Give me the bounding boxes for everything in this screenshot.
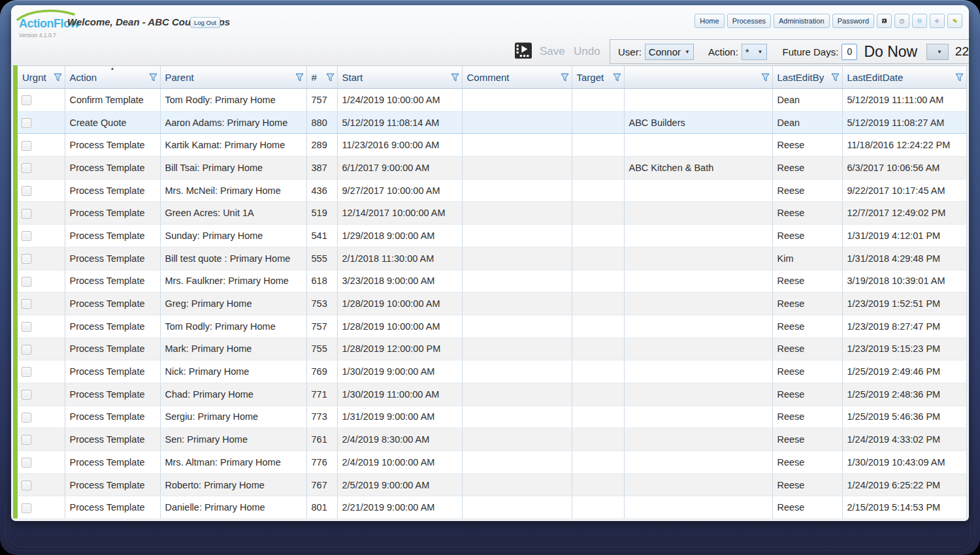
cell-action: Process Template — [65, 134, 160, 157]
urgent-checkbox[interactable] — [22, 95, 31, 105]
table-row[interactable]: Process Template Kartik Kamat: Primary H… — [18, 134, 966, 157]
table-row[interactable]: Create Quote Aaron Adams: Primary Home 8… — [18, 111, 966, 134]
do-now-video-icon[interactable] — [515, 42, 532, 59]
table-row[interactable]: Process Template Sen: Primary Home 761 2… — [18, 428, 966, 451]
table-row[interactable]: Process Template Tom Rodly: Primary Home… — [18, 315, 966, 338]
table-row[interactable]: Process Template Danielle: Primary Home … — [18, 496, 966, 519]
log-out-button[interactable]: Log Out — [190, 17, 220, 28]
column-header-target[interactable]: Target — [572, 66, 624, 89]
cell-start: 1/28/2019 12:00:00 PM — [337, 338, 462, 360]
table-row[interactable]: Process Template Greg: Primary Home 753 … — [18, 293, 966, 315]
cell-action: Process Template — [65, 157, 160, 180]
home-button[interactable]: Home — [694, 14, 724, 28]
table-row[interactable]: Process Template Mark: Primary Home 755 … — [18, 338, 966, 360]
urgent-checkbox[interactable] — [22, 118, 31, 128]
cell-lasteditby: Reese — [772, 157, 842, 180]
cell-start: 2/4/2019 8:30:00 AM — [337, 428, 462, 451]
table-row[interactable]: Process Template Sunday: Primary Home 54… — [18, 225, 966, 247]
cell-target — [572, 270, 624, 293]
table-row[interactable]: Process Template Green Acres: Unit 1A 51… — [18, 202, 966, 225]
app-header: ActionFlow Version 4.1.0.7 Welcome, Dean… — [11, 5, 969, 67]
table-row[interactable]: Process Template Bill test quote : Prima… — [18, 247, 966, 270]
cell-unnamed — [624, 360, 772, 383]
urgent-checkbox[interactable] — [22, 186, 31, 196]
urgent-checkbox[interactable] — [22, 481, 31, 490]
cell-action: Process Template — [65, 202, 160, 225]
urgent-checkbox[interactable] — [22, 458, 31, 468]
table-row[interactable]: Process Template Chad: Primary Home 771 … — [18, 383, 966, 405]
chat-button[interactable] — [947, 14, 962, 28]
video-button[interactable] — [877, 14, 892, 28]
cell-comment — [462, 315, 572, 338]
table-row[interactable]: Process Template Bill Tsai: Primary Home… — [18, 157, 966, 180]
table-row[interactable]: Process Template Sergiu: Primary Home 77… — [18, 405, 966, 428]
cell-parent: Mrs. Faulkner: Primary Home — [160, 270, 306, 293]
cell-action: Process Template — [65, 405, 160, 428]
column-header-comment[interactable]: Comment — [462, 66, 572, 89]
filter-icon[interactable] — [831, 73, 840, 82]
urgent-checkbox[interactable] — [22, 390, 31, 400]
urgent-checkbox[interactable] — [22, 435, 31, 445]
do-now-dropdown[interactable]: ▼ — [926, 44, 949, 60]
urgent-checkbox[interactable] — [22, 277, 31, 287]
cell-lasteditdate: 3/19/2018 10:39:01 AM — [842, 270, 966, 293]
undo-button[interactable]: Undo — [574, 45, 600, 58]
cell-parent: Danielle: Primary Home — [160, 496, 306, 519]
filter-icon[interactable] — [451, 73, 459, 82]
urgent-checkbox[interactable] — [22, 367, 31, 377]
help-button[interactable]: ? — [894, 14, 909, 28]
urgent-checkbox[interactable] — [22, 141, 31, 151]
password-button[interactable]: Password — [832, 14, 874, 28]
table-row[interactable]: Process Template Roberto: Primary Home 7… — [18, 473, 966, 496]
table-row[interactable]: Process Template Mrs. McNeil: Primary Ho… — [18, 179, 966, 202]
urgent-checkbox[interactable] — [22, 163, 31, 173]
mail-button[interactable] — [912, 14, 927, 28]
table-row[interactable]: Process Template Mrs. Faulkner: Primary … — [18, 270, 966, 293]
urgent-checkbox[interactable] — [22, 299, 31, 309]
cell-lasteditdate: 5/12/2019 11:08:27 AM — [842, 111, 966, 134]
cell-target — [572, 428, 624, 451]
cell-lasteditby: Reese — [772, 496, 842, 519]
filter-icon[interactable] — [149, 73, 157, 82]
filter-icon[interactable] — [54, 73, 62, 82]
cell-unnamed — [624, 338, 772, 360]
user-dropdown[interactable]: Connor ▼ — [645, 44, 694, 60]
urgent-checkbox[interactable] — [22, 503, 31, 513]
urgent-checkbox[interactable] — [22, 413, 31, 422]
urgent-checkbox[interactable] — [22, 254, 31, 264]
column-header-lasteditby[interactable]: LastEditBy — [772, 66, 842, 89]
cell-comment — [462, 225, 572, 247]
pinwheel-icon — [935, 15, 939, 27]
action-dropdown[interactable]: * ▼ — [742, 44, 767, 60]
save-button[interactable]: Save — [540, 45, 565, 58]
urgent-checkbox[interactable] — [22, 322, 31, 332]
cell-urgnt — [18, 338, 65, 360]
filter-icon[interactable] — [613, 73, 621, 82]
column-header-number[interactable]: # — [306, 66, 337, 89]
column-header-unnamed[interactable] — [624, 66, 772, 89]
filter-icon[interactable] — [955, 73, 964, 82]
column-header-action[interactable]: ▲Action — [65, 66, 160, 89]
table-row[interactable]: Process Template Mrs. Altman: Primary Ho… — [18, 451, 966, 474]
column-header-urgnt[interactable]: Urgnt — [18, 66, 65, 89]
processes-button[interactable]: Processes — [727, 14, 771, 28]
filter-icon[interactable] — [761, 73, 770, 82]
cell-number: 776 — [306, 451, 337, 474]
filter-icon[interactable] — [295, 73, 304, 82]
table-row[interactable]: Confirm Template Tom Rodly: Primary Home… — [18, 89, 966, 112]
urgent-checkbox[interactable] — [22, 209, 31, 219]
cell-action: Confirm Template — [65, 89, 160, 112]
urgent-checkbox[interactable] — [22, 231, 31, 241]
column-header-start[interactable]: Start — [337, 66, 462, 89]
pinwheel-button[interactable] — [930, 14, 945, 28]
mail-icon — [917, 15, 922, 27]
future-days-input[interactable] — [841, 44, 857, 60]
filter-icon[interactable] — [561, 73, 569, 82]
column-header-parent[interactable]: Parent — [160, 66, 306, 89]
filter-icon[interactable] — [326, 73, 335, 82]
urgent-checkbox[interactable] — [22, 345, 31, 355]
table-row[interactable]: Process Template Nick: Primary Home 769 … — [18, 360, 966, 383]
administration-button[interactable]: Administration — [774, 14, 830, 28]
cell-urgnt — [18, 247, 65, 270]
column-header-lasteditdate[interactable]: LastEditDate — [842, 66, 966, 89]
